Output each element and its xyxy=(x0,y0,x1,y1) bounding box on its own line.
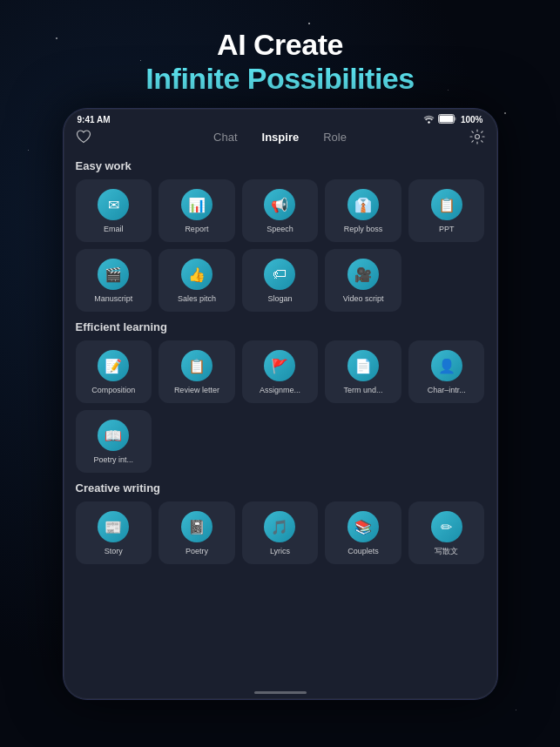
section-title-creative-writing: Creative writing xyxy=(76,481,485,495)
speech-icon: 📢 xyxy=(264,189,295,220)
manuscript-icon: 🎬 xyxy=(98,259,129,290)
card-assignment-label: Assignme... xyxy=(246,386,315,395)
video-script-icon: 🎥 xyxy=(347,259,379,290)
assignment-icon: 🚩 xyxy=(264,350,295,381)
card-speech-label: Speech xyxy=(246,225,315,234)
card-report[interactable]: 📊 Report xyxy=(159,179,235,242)
story-icon: 📰 xyxy=(98,511,129,542)
card-lyrics[interactable]: 🎵 Lyrics xyxy=(242,501,319,564)
prose-icon: ✏ xyxy=(431,511,462,542)
card-email-label: Email xyxy=(79,225,149,234)
svg-point-4 xyxy=(475,134,479,138)
card-ppt-label: PPT xyxy=(412,225,482,234)
card-manuscript[interactable]: 🎬 Manuscript xyxy=(76,249,152,312)
tab-role[interactable]: Role xyxy=(323,131,347,144)
nav-tabs: Chat Inspire Role xyxy=(64,127,497,149)
poetry-icon: 📓 xyxy=(181,511,213,542)
headline-line2: Infinite Possibilities xyxy=(0,62,560,96)
section-title-easy-work: Easy work xyxy=(76,159,485,172)
lyrics-icon: 🎵 xyxy=(264,511,295,542)
headline-line1: AI Create xyxy=(0,28,560,62)
card-term-und[interactable]: 📄 Term und... xyxy=(325,340,401,403)
reply-boss-icon: 👔 xyxy=(347,189,379,220)
section-title-efficient-learning: Efficient learning xyxy=(76,320,485,333)
scroll-content[interactable]: Easy work ✉ Email 📊 Report 📢 Speech 👔 Re… xyxy=(64,149,497,678)
creative-writing-grid: 📰 Story 📓 Poetry 🎵 Lyrics 📚 Couplets ✏ 写… xyxy=(76,501,485,564)
card-char-intr[interactable]: 👤 Char–intr... xyxy=(408,340,485,403)
easy-work-grid: ✉ Email 📊 Report 📢 Speech 👔 Reply boss 📋… xyxy=(76,179,485,312)
card-story-label: Story xyxy=(79,547,149,556)
card-sales-pitch-label: Sales pitch xyxy=(162,294,232,304)
card-term-und-label: Term und... xyxy=(328,386,398,395)
card-couplets-label: Couplets xyxy=(328,547,398,556)
card-story[interactable]: 📰 Story xyxy=(76,501,152,564)
card-lyrics-label: Lyrics xyxy=(246,547,315,556)
card-video-script[interactable]: 🎥 Video script xyxy=(325,249,401,312)
wifi-icon xyxy=(423,115,435,125)
card-couplets[interactable]: 📚 Couplets xyxy=(325,501,401,564)
card-manuscript-label: Manuscript xyxy=(79,294,149,304)
card-speech[interactable]: 📢 Speech xyxy=(242,179,319,242)
card-reply-boss-label: Reply boss xyxy=(328,225,398,234)
card-assignment[interactable]: 🚩 Assignme... xyxy=(242,340,319,403)
report-icon: 📊 xyxy=(181,189,213,220)
status-icons: 100% xyxy=(423,114,483,125)
card-char-intr-label: Char–intr... xyxy=(412,386,482,395)
review-letter-icon: 📋 xyxy=(181,350,213,381)
status-bar: 9:41 AM 100% xyxy=(64,109,497,127)
scroll-indicator xyxy=(254,691,307,694)
ppt-icon: 📋 xyxy=(431,189,462,220)
svg-point-0 xyxy=(428,121,429,123)
status-time: 9:41 AM xyxy=(78,115,111,124)
card-prose[interactable]: ✏ 写散文 xyxy=(408,501,485,564)
slogan-icon: 🏷 xyxy=(264,259,295,290)
card-composition[interactable]: 📝 Composition xyxy=(76,340,152,403)
headline: AI Create Infinite Possibilities xyxy=(0,0,560,96)
card-video-script-label: Video script xyxy=(328,294,398,304)
tab-chat[interactable]: Chat xyxy=(213,131,237,144)
card-poetry-int[interactable]: 📖 Poetry int... xyxy=(76,410,152,473)
card-sales-pitch[interactable]: 👍 Sales pitch xyxy=(159,249,235,312)
card-poetry[interactable]: 📓 Poetry xyxy=(159,501,235,564)
tab-inspire[interactable]: Inspire xyxy=(262,131,300,144)
composition-icon: 📝 xyxy=(98,350,129,381)
card-poetry-int-label: Poetry int... xyxy=(79,455,149,465)
card-prose-label: 写散文 xyxy=(412,547,482,556)
card-report-label: Report xyxy=(162,225,232,234)
sales-pitch-icon: 👍 xyxy=(181,259,213,290)
char-intr-icon: 👤 xyxy=(431,350,462,381)
card-email[interactable]: ✉ Email xyxy=(76,179,152,242)
heart-icon[interactable] xyxy=(76,130,91,147)
svg-rect-3 xyxy=(439,116,453,123)
card-ppt[interactable]: 📋 PPT xyxy=(408,179,485,242)
card-review-letter[interactable]: 📋 Review letter xyxy=(159,340,235,403)
battery-text: 100% xyxy=(461,115,483,124)
card-poetry-label: Poetry xyxy=(162,547,232,556)
settings-icon[interactable] xyxy=(469,129,485,148)
card-composition-label: Composition xyxy=(79,386,149,395)
battery-icon xyxy=(438,114,457,125)
device-frame: 9:41 AM 100% Chat Inspire Role xyxy=(63,108,498,700)
svg-rect-2 xyxy=(454,118,455,121)
efficient-learning-grid: 📝 Composition 📋 Review letter 🚩 Assignme… xyxy=(76,340,485,473)
card-slogan-label: Slogan xyxy=(246,294,315,304)
card-review-letter-label: Review letter xyxy=(162,386,232,395)
term-und-icon: 📄 xyxy=(347,350,379,381)
card-slogan[interactable]: 🏷 Slogan xyxy=(242,249,319,312)
poetry-int-icon: 📖 xyxy=(98,420,129,451)
card-reply-boss[interactable]: 👔 Reply boss xyxy=(325,179,401,242)
couplets-icon: 📚 xyxy=(347,511,379,542)
email-icon: ✉ xyxy=(98,189,129,220)
